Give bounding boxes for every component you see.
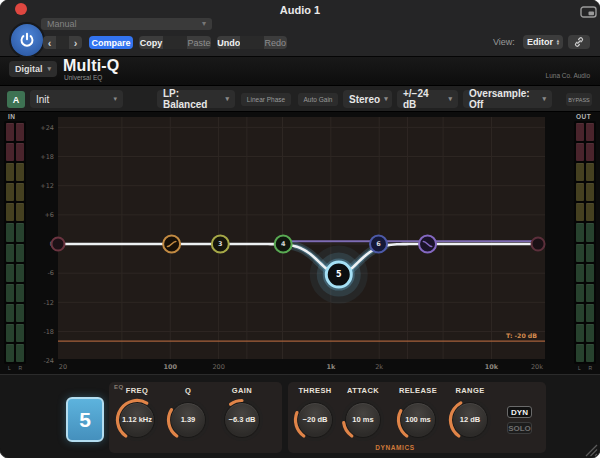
global-preset-dropdown[interactable]: Manual ▾	[41, 18, 212, 30]
prev-preset-button[interactable]: ‹	[43, 36, 56, 49]
meter-segment	[576, 163, 584, 181]
meter-segment	[586, 123, 594, 141]
slope-value: LP: Balanced	[163, 88, 221, 110]
chevron-down-icon: ▾	[202, 18, 206, 30]
link-button[interactable]	[568, 35, 590, 49]
output-meter-label: OUT	[576, 113, 591, 120]
release-knob[interactable]: RELEASE100 ms	[394, 386, 442, 444]
freq-tick-label: 10k	[485, 363, 499, 371]
freq-tick-label: 2k	[375, 363, 383, 371]
thresh-knob[interactable]: THRESH−20 dB	[291, 386, 339, 444]
attack-knob[interactable]: ATTACK10 ms	[339, 386, 387, 444]
window-header: Audio 1 Manual ▾ ‹ › Compare Copy Paste …	[0, 0, 600, 57]
range-knob-label: RANGE	[446, 386, 494, 395]
meter-segment	[576, 244, 584, 262]
linear-phase-button[interactable]: Linear Phase	[241, 93, 291, 106]
plugin-preset-dropdown[interactable]: Init▾	[30, 90, 123, 108]
chevron-down-icon: ▾	[384, 95, 388, 103]
threshold-label: T: -20 dB	[506, 332, 537, 339]
meter-segment	[6, 244, 14, 262]
bypass-button[interactable]: BYPASS	[566, 93, 592, 106]
freq-knob-label: FREQ	[113, 386, 161, 395]
paste-button[interactable]: Paste	[187, 36, 211, 49]
eq-band-node-2[interactable]	[163, 236, 180, 253]
eq-band-node-5[interactable]: 5	[326, 262, 351, 287]
output-meter-channels: L R	[574, 365, 596, 371]
thresh-knob-value: −20 dB	[291, 396, 339, 444]
eq-graph[interactable]: +24+18+12+60-6-12-18-24201002001k2k10k20…	[30, 112, 551, 374]
engine-mode-dropdown[interactable]: Digital ▾	[9, 61, 57, 77]
auto-gain-button[interactable]: Auto Gain	[298, 93, 338, 106]
meter-segment	[16, 324, 24, 342]
svg-text:6: 6	[376, 240, 381, 248]
engine-mode-value: Digital	[15, 64, 43, 74]
meter-segment	[576, 183, 584, 201]
selected-band-indicator[interactable]: 5	[66, 397, 104, 442]
q-knob[interactable]: Q1.39	[164, 386, 212, 444]
eq-band-node-6[interactable]: 6	[370, 236, 387, 253]
view-mode-select[interactable]: Editor ▴▾	[523, 35, 563, 49]
meter-segment	[6, 223, 14, 241]
gain-knob-value: −6.3 dB	[218, 396, 266, 444]
slope-dropdown[interactable]: LP: Balanced▾	[157, 90, 235, 108]
eq-band-node-8[interactable]	[532, 238, 545, 251]
eq-band-node-1[interactable]	[52, 238, 65, 251]
undo-button[interactable]: Undo	[217, 36, 240, 49]
meter-segment	[6, 264, 14, 282]
db-tick-label: -24	[43, 357, 54, 365]
eq-band-node-4[interactable]: 4	[275, 236, 292, 253]
divider	[56, 36, 69, 49]
redo-button[interactable]: Redo	[264, 36, 287, 49]
dyn-toggle-button[interactable]: DYN	[507, 406, 532, 418]
power-button[interactable]	[9, 22, 45, 58]
dynamics-knob-panel: DYN SOLO DYNAMICS THRESH−20 dBATTACK10 m…	[288, 382, 546, 453]
freq-tick-label: 1k	[326, 363, 336, 371]
channel-mode-dropdown[interactable]: Stereo▾	[343, 90, 392, 108]
oversample-dropdown[interactable]: Oversample: Off▾	[463, 90, 552, 108]
next-preset-button[interactable]: ›	[69, 36, 82, 49]
window-mode-icon[interactable]	[580, 4, 597, 16]
preset-nav: ‹ ›	[43, 36, 82, 49]
meter-segment	[6, 123, 14, 141]
range-knob[interactable]: RANGE12 dB	[446, 386, 494, 444]
eq-band-node-3[interactable]: 3	[212, 236, 229, 253]
window-title: Audio 1	[0, 4, 600, 16]
eq-band-node-7[interactable]	[419, 236, 436, 253]
divider	[163, 36, 187, 49]
db-tick-label: +18	[40, 153, 54, 161]
gain-knob[interactable]: GAIN−6.3 dB	[218, 386, 266, 444]
freq-knob-value: 1.12 kHz	[113, 396, 161, 444]
plugin-subtitle: Universal EQ	[64, 74, 102, 81]
oversample-value: Oversample: Off	[469, 88, 538, 110]
chevron-down-icon: ▾	[542, 95, 546, 103]
ab-compare-button[interactable]: A	[7, 91, 25, 108]
meter-segment	[586, 264, 594, 282]
meter-segment	[576, 143, 584, 161]
gain-range-dropdown[interactable]: +/−24 dB▾	[397, 90, 458, 108]
vendor-name: Luna Co. Audio	[546, 72, 590, 79]
compare-button[interactable]: Compare	[89, 36, 133, 49]
chevron-down-icon: ▾	[225, 95, 229, 103]
meter-segment	[586, 223, 594, 241]
solo-toggle-button[interactable]: SOLO	[507, 422, 532, 434]
meter-segment	[6, 143, 14, 161]
chevron-down-icon: ▾	[113, 95, 117, 103]
db-tick-label: -18	[43, 328, 54, 336]
meter-segment	[16, 344, 24, 362]
chevron-down-icon: ▾	[448, 95, 452, 103]
dynamics-panel-label: DYNAMICS	[375, 444, 414, 451]
q-knob-label: Q	[164, 386, 212, 395]
resize-grip[interactable]	[582, 441, 598, 457]
gain-knob-label: GAIN	[218, 386, 266, 395]
plugin-window: Audio 1 Manual ▾ ‹ › Compare Copy Paste …	[0, 0, 600, 458]
global-preset-value: Manual	[47, 18, 77, 30]
copy-button[interactable]: Copy	[139, 36, 163, 49]
divider	[240, 36, 263, 49]
eq-knob-panel: EQ FREQ1.12 kHzQ1.39GAIN−6.3 dB	[109, 382, 282, 453]
meter-segment	[6, 203, 14, 221]
release-knob-value: 100 ms	[394, 396, 442, 444]
plugin-name: Multi-Q	[63, 57, 120, 75]
freq-knob[interactable]: FREQ1.12 kHz	[113, 386, 161, 444]
power-icon	[18, 31, 36, 49]
meter-segment	[16, 304, 24, 322]
